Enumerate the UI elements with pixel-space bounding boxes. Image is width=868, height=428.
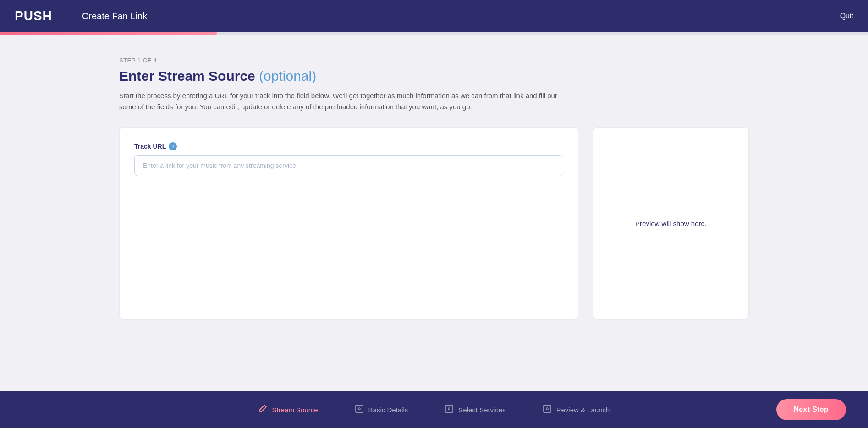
footer-step-stream-source-label: Stream Source [272, 406, 318, 414]
footer-step-basic-details[interactable]: Basic Details [336, 404, 427, 416]
logo: PUSH [15, 9, 52, 23]
logo-group: PUSH Create Fan Link [15, 9, 147, 23]
svg-point-3 [448, 408, 450, 410]
help-icon[interactable]: ? [169, 142, 177, 150]
footer-step-review-launch-label: Review & Launch [556, 406, 610, 414]
track-url-label-group: Track URL ? [134, 142, 563, 150]
stream-source-icon [258, 404, 268, 416]
footer-step-select-services[interactable]: Select Services [426, 404, 524, 416]
quit-button[interactable]: Quit [840, 12, 853, 20]
footer-step-select-services-label: Select Services [458, 406, 505, 414]
track-url-input[interactable] [134, 155, 563, 176]
heading-optional: (optional) [259, 68, 316, 83]
review-launch-icon [543, 404, 552, 416]
footer-steps: Stream Source Basic Details Select Servi… [240, 404, 628, 416]
main-content: STEP 1 OF 4 Enter Stream Source (optiona… [0, 35, 868, 320]
page-heading: Enter Stream Source (optional) [119, 68, 316, 84]
heading-text: Enter Stream Source [119, 68, 255, 83]
header-divider [67, 10, 67, 22]
content-row: Track URL ? Preview will show here. [119, 127, 749, 320]
header-title: Create Fan Link [82, 11, 147, 22]
form-card: Track URL ? [119, 127, 578, 320]
svg-rect-4 [544, 405, 551, 412]
svg-rect-0 [356, 405, 363, 412]
footer-step-stream-source[interactable]: Stream Source [240, 404, 336, 416]
next-step-button[interactable]: Next Step [776, 399, 846, 420]
select-services-icon [445, 404, 454, 416]
footer-step-basic-details-label: Basic Details [368, 406, 408, 414]
preview-text: Preview will show here. [635, 220, 707, 228]
svg-rect-2 [445, 405, 453, 412]
step-label: STEP 1 OF 4 [119, 57, 157, 64]
svg-point-1 [358, 408, 360, 410]
header: PUSH Create Fan Link Quit [0, 0, 868, 32]
basic-details-icon [355, 404, 364, 416]
preview-card: Preview will show here. [593, 127, 749, 320]
page-description: Start the process by entering a URL for … [119, 90, 559, 112]
footer-step-review-launch[interactable]: Review & Launch [524, 404, 628, 416]
footer: Stream Source Basic Details Select Servi… [0, 391, 868, 428]
svg-point-5 [546, 408, 548, 410]
track-url-label: Track URL [134, 143, 166, 150]
